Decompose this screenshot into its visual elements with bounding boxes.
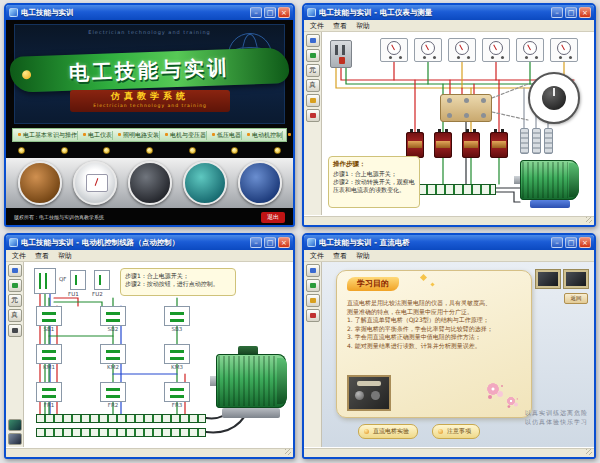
menu-item[interactable]: 文件 — [12, 251, 26, 261]
module-menu-item[interactable]: 电工仪表 — [77, 131, 112, 140]
dot-icon — [274, 147, 281, 154]
meter-dial — [387, 41, 401, 55]
control-element[interactable]: KM1 — [36, 344, 62, 382]
module-menu-item[interactable]: 电工工具 — [282, 131, 293, 140]
tool-exit-button[interactable] — [306, 309, 320, 322]
power-switch[interactable] — [330, 40, 352, 68]
maximize-button[interactable]: □ — [264, 7, 276, 18]
app-icon — [9, 238, 18, 247]
component-label: FR2 — [100, 402, 126, 409]
splash-screen: Electrician technology and training 电工技能… — [6, 20, 293, 225]
menu-bullet-icon — [212, 133, 215, 136]
control-element[interactable]: SB1 — [36, 306, 62, 344]
menu-item[interactable]: 文件 — [310, 21, 324, 31]
component-label: SB3 — [164, 326, 190, 333]
minimize-button[interactable]: – — [551, 237, 563, 248]
module-menu-item[interactable]: 电工基本常识与操作 — [18, 131, 77, 140]
tool-simulate-button[interactable]: 真 — [8, 309, 22, 322]
tool-measure-button[interactable] — [306, 94, 320, 107]
minimize-button[interactable]: – — [250, 237, 262, 248]
tool-run-button[interactable] — [306, 49, 320, 62]
control-element[interactable]: SB3 — [164, 306, 190, 344]
menu-item[interactable]: 帮助 — [356, 251, 370, 261]
instruction-panel: 步骤1：合上电源开关；步骤2：按动按钮，进行点动控制。 — [120, 268, 236, 296]
circuit-canvas: QF FU1 FU2 步骤1：合上电源开关；步骤2：按动按钮，进行点动控制。 S… — [24, 262, 293, 447]
preview-thumb-panel[interactable] — [8, 433, 22, 445]
titlebar[interactable]: 电工技能与实训 - 电动机控制线路（点动控制） – □ × — [6, 235, 293, 250]
device-thumb[interactable] — [536, 270, 560, 288]
tool-notes-button[interactable] — [306, 294, 320, 307]
capacitor — [520, 128, 529, 154]
splash-footer: 版权所有：电工技能与实训仿真教学系统 退出 — [6, 209, 293, 225]
thumbnail-strip — [6, 158, 293, 208]
menu-item[interactable]: 文件 — [310, 251, 324, 261]
menu-bullet-icon — [83, 133, 86, 136]
app-icon — [307, 238, 316, 247]
text-line: 3. 学会用直流电桥正确测量中值电阻的操作方法； — [347, 333, 525, 342]
window-title: 电工技能与实训 - 电工仪表与测量 — [319, 8, 548, 18]
rotary-switch-knob[interactable] — [542, 86, 566, 110]
tool-run-button[interactable] — [8, 279, 22, 292]
meter-dial — [523, 41, 537, 55]
module-menu-item[interactable]: 低压电器 — [206, 131, 241, 140]
device-thumb[interactable] — [564, 270, 588, 288]
contactor-device[interactable] — [440, 94, 492, 122]
menu-item[interactable]: 帮助 — [356, 21, 370, 31]
tool-component-button[interactable]: 元 — [306, 64, 320, 77]
tool-learn-button[interactable] — [306, 264, 320, 277]
menu-item[interactable]: 帮助 — [58, 251, 72, 261]
slogan-line: 以仿真体验快乐学习 — [525, 417, 588, 426]
tool-config-button[interactable] — [8, 324, 22, 337]
menu-item[interactable]: 查看 — [35, 251, 49, 261]
tool-stop-button[interactable] — [306, 109, 320, 122]
module-menu-item[interactable]: 照明电路安装 — [112, 131, 159, 140]
circuit-breaker[interactable] — [34, 268, 56, 294]
minimize-button[interactable]: – — [250, 7, 262, 18]
titlebar[interactable]: 电工技能与实训 – □ × — [6, 5, 293, 20]
status-bar — [304, 215, 594, 225]
component-label: QF — [59, 276, 67, 282]
tool-simulate-button[interactable]: 真 — [306, 79, 320, 92]
tool-experiment-button[interactable] — [306, 279, 320, 292]
thumb-motor[interactable] — [183, 161, 227, 205]
titlebar[interactable]: 电工技能与实训 - 直流电桥 – □ × — [304, 235, 594, 250]
slogan-text: 以真实训练远离危险以仿真体验快乐学习 — [525, 408, 588, 426]
minimize-button[interactable]: – — [551, 7, 563, 18]
instruction-panel: 操作步骤： 步骤1：合上电源开关；步骤2：按动转换开关，观察电压表和电流表的读数… — [328, 156, 420, 208]
close-button[interactable]: × — [579, 7, 591, 18]
menu-bullet-icon — [288, 133, 291, 136]
module-menu-item[interactable]: 电机与变压器 — [159, 131, 206, 140]
menu-item[interactable]: 查看 — [333, 21, 347, 31]
thumb-cabinet[interactable] — [238, 161, 282, 205]
tool-component-button[interactable]: 元 — [8, 294, 22, 307]
control-element[interactable]: KM3 — [164, 344, 190, 382]
tool-open-button[interactable] — [8, 264, 22, 277]
control-element[interactable]: SB2 — [100, 306, 126, 344]
module-menu-label: 低压电器 — [217, 131, 241, 138]
close-button[interactable]: × — [278, 7, 290, 18]
maximize-button[interactable]: □ — [565, 237, 577, 248]
fuse[interactable] — [94, 270, 110, 290]
close-button[interactable]: × — [278, 237, 290, 248]
tab-button[interactable]: 注意事项 — [432, 424, 480, 439]
control-element[interactable]: KM2 — [100, 344, 126, 382]
back-button[interactable]: 返回 — [564, 293, 588, 304]
component-label: FR3 — [164, 402, 190, 409]
fuse[interactable] — [70, 270, 86, 290]
exit-button[interactable]: 退出 — [261, 212, 285, 223]
bridge-instrument-photo — [347, 375, 391, 411]
thumb-meter[interactable] — [73, 161, 117, 205]
thumb-tools[interactable] — [128, 161, 172, 205]
titlebar[interactable]: 电工技能与实训 - 电工仪表与测量 – □ × — [304, 5, 594, 20]
preview-thumb-motor[interactable] — [8, 419, 22, 431]
close-button[interactable]: × — [579, 237, 591, 248]
tool-open-button[interactable] — [306, 34, 320, 47]
menu-item[interactable]: 查看 — [333, 251, 347, 261]
module-menu-item[interactable]: 电动机控制 — [241, 131, 282, 140]
thumb-wires[interactable] — [18, 161, 62, 205]
maximize-button[interactable]: □ — [565, 7, 577, 18]
maximize-button[interactable]: □ — [264, 237, 276, 248]
contact-symbol — [36, 344, 62, 364]
tab-button[interactable]: 直流电桥实验 — [358, 424, 418, 439]
panel-meter — [550, 38, 578, 62]
